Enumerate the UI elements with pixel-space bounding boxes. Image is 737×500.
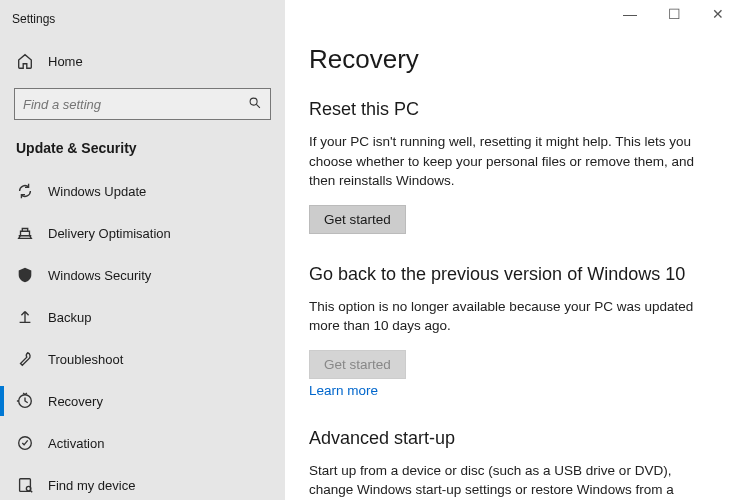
window-controls: — ☐ ✕ [617, 6, 731, 22]
refresh-icon [16, 182, 34, 200]
shield-icon [16, 266, 34, 284]
sidebar-item-label: Delivery Optimisation [48, 226, 171, 241]
home-label: Home [48, 54, 83, 69]
page-title: Recovery [309, 44, 705, 75]
window-title: Settings [12, 12, 55, 26]
reset-title: Reset this PC [309, 99, 705, 120]
close-button[interactable]: ✕ [705, 6, 731, 22]
svg-point-0 [250, 98, 257, 105]
sidebar-item-label: Windows Update [48, 184, 146, 199]
backup-icon [16, 308, 34, 326]
search-input[interactable] [23, 97, 248, 112]
sidebar-item-label: Windows Security [48, 268, 151, 283]
sidebar-item-backup[interactable]: Backup [0, 296, 285, 338]
sidebar-item-windows-security[interactable]: Windows Security [0, 254, 285, 296]
goback-title: Go back to the previous version of Windo… [309, 264, 705, 285]
titlebar: Settings [0, 8, 285, 42]
sidebar-item-windows-update[interactable]: Windows Update [0, 170, 285, 212]
sidebar-item-label: Troubleshoot [48, 352, 123, 367]
search-container [0, 80, 285, 132]
sidebar-item-label: Activation [48, 436, 104, 451]
section-heading: Update & Security [0, 132, 285, 170]
sidebar-item-troubleshoot[interactable]: Troubleshoot [0, 338, 285, 380]
svg-point-4 [26, 486, 31, 491]
activation-icon [16, 434, 34, 452]
advanced-body: Start up from a device or disc (such as … [309, 461, 705, 500]
sidebar-item-activation[interactable]: Activation [0, 422, 285, 464]
troubleshoot-icon [16, 350, 34, 368]
advanced-title: Advanced start-up [309, 428, 705, 449]
search-box[interactable] [14, 88, 271, 120]
sidebar-item-delivery-optimisation[interactable]: Delivery Optimisation [0, 212, 285, 254]
svg-rect-3 [20, 479, 31, 492]
search-icon [248, 96, 262, 113]
sidebar-item-label: Find my device [48, 478, 135, 493]
home-icon [16, 52, 34, 70]
home-nav[interactable]: Home [0, 42, 285, 80]
find-device-icon [16, 476, 34, 494]
sidebar: Settings Home Update & Security Windows … [0, 0, 285, 500]
minimize-button[interactable]: — [617, 6, 643, 22]
reset-get-started-button[interactable]: Get started [309, 205, 406, 234]
nav-list: Windows Update Delivery Optimisation Win… [0, 170, 285, 500]
maximize-button[interactable]: ☐ [661, 6, 687, 22]
sidebar-item-label: Recovery [48, 394, 103, 409]
delivery-icon [16, 224, 34, 242]
sidebar-item-label: Backup [48, 310, 91, 325]
reset-body: If your PC isn't running well, resetting… [309, 132, 705, 191]
advanced-startup-section: Advanced start-up Start up from a device… [309, 428, 705, 500]
recovery-icon [16, 392, 34, 410]
sidebar-item-find-my-device[interactable]: Find my device [0, 464, 285, 500]
main-content: — ☐ ✕ Recovery Reset this PC If your PC … [285, 0, 737, 500]
learn-more-link[interactable]: Learn more [309, 383, 378, 398]
reset-pc-section: Reset this PC If your PC isn't running w… [309, 99, 705, 234]
goback-body: This option is no longer available becau… [309, 297, 705, 336]
go-back-section: Go back to the previous version of Windo… [309, 264, 705, 398]
sidebar-item-recovery[interactable]: Recovery [0, 380, 285, 422]
goback-get-started-button: Get started [309, 350, 406, 379]
